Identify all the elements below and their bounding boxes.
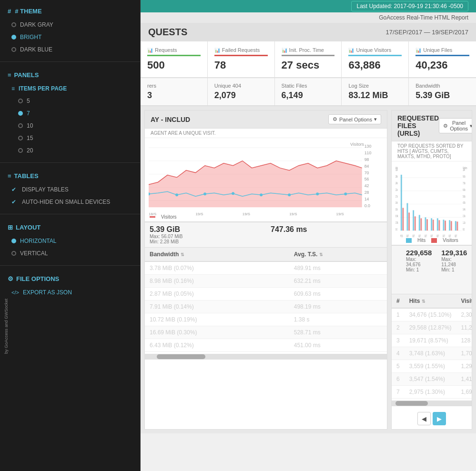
page-size-7: 7 (27, 110, 30, 117)
left-bandwidth-cell: 10.72 MiB (0.19%) (145, 313, 289, 326)
caret-down-icon-left: ▾ (374, 116, 377, 122)
layout-icon: ⊞ (8, 224, 13, 231)
left-table-row: 10.72 MiB (0.19%) 1.38 s (145, 313, 387, 326)
radio-bright (11, 35, 16, 40)
stat-visitors-value: 63,886 (348, 59, 402, 71)
sidebar-item-display-tables[interactable]: ✔ DISPLAY TABLES (0, 183, 140, 196)
left-panel: AY - INCLUD ⚙ Panel Options ▾ AGENT ARE … (144, 110, 387, 430)
stat-unique-visitors: 📊 Unique Visitors 63,886 (342, 41, 409, 78)
svg-rect-73 (438, 220, 440, 230)
svg-text:7.9k: 7.9k (463, 181, 465, 185)
left-scroll-thumb[interactable] (157, 354, 205, 359)
right-panel-options-button[interactable]: ⚙ Panel Options ▾ (439, 118, 472, 133)
file-options-heading: ⚙ FILE OPTIONS (0, 271, 140, 286)
hash-icon: # (8, 8, 11, 15)
svg-text:110: 110 (365, 150, 372, 155)
next-page-button[interactable]: ▶ (433, 412, 446, 425)
main-content: Last Updated: 2017-09-19 21:30:46 -0500 … (141, 0, 476, 471)
panels-heading: ≡ PANELS (0, 68, 140, 82)
sidebar-item-15[interactable]: 15 (0, 132, 140, 144)
svg-rect-62 (431, 218, 432, 230)
prev-page-button[interactable]: ◀ (417, 412, 431, 425)
sidebar-item-7[interactable]: 7 (0, 107, 140, 120)
right-panel: REQUESTED FILES (URLS) ⚙ Panel Options ▾… (391, 110, 472, 430)
page-size-20: 20 (27, 147, 33, 154)
sidebar-item-horizontal[interactable]: HORIZONTAL (0, 235, 140, 247)
svg-point-20 (232, 192, 234, 195)
stat-bandwidth-value: 5.39 GiB (415, 90, 469, 100)
svg-text:28k: 28k (395, 174, 398, 178)
left-table-container[interactable]: 5.39 GiB Max: 56.07 MiB Min: 2.28 MiB 74… (145, 221, 387, 352)
right-scroll-thumb-h[interactable] (395, 401, 427, 406)
divider-2 (0, 162, 140, 163)
page-size-15: 15 (27, 135, 33, 141)
svg-text:1.1k: 1.1k (463, 221, 465, 225)
panels-label: PANELS (14, 71, 39, 79)
sidebar-item-dark-gray[interactable]: DARK GRAY (0, 19, 140, 31)
radio-vertical (11, 251, 16, 256)
radio-horizontal (11, 239, 16, 243)
right-table-container[interactable]: 229,658 Max: 34,676 Min: 1 129,316 Max: … (392, 245, 472, 399)
left-chart-area: 130 110 98 84 70 56 42 28 14 0.0 Visitor… (145, 138, 387, 221)
left-total-bandwidth-value: 5.39 GiB (150, 225, 261, 234)
sidebar-item-5[interactable]: 5 (0, 95, 140, 107)
sidebar-item-vertical[interactable]: VERTICAL (0, 247, 140, 260)
col-avg-ts[interactable]: Avg. T.S. ⇅ (289, 248, 387, 261)
left-avgts-cell: 609.63 ms (289, 288, 387, 301)
stat-proc-bar (282, 55, 335, 56)
svg-text:5.6k: 5.6k (463, 194, 465, 198)
subtitle-text: GoAccess Real-Time HTML Report (379, 14, 468, 21)
page-size-10: 10 (27, 122, 33, 129)
svg-rect-58 (407, 203, 408, 231)
sidebar-item-dark-blue[interactable]: DARK BLUE (0, 43, 140, 56)
svg-text:84: 84 (365, 164, 369, 169)
right-total-hits-min: Min: 1 (406, 267, 432, 272)
col-hits[interactable]: Hits ⇅ (405, 294, 456, 308)
right-table-row: 1 34,676 (15.10%) 2,308 (1.78%) 6.28 KiB… (392, 308, 472, 321)
svg-text:6.9k: 6.9k (395, 214, 398, 218)
svg-text:0.0: 0.0 (395, 227, 397, 231)
sidebar-item-auto-hide[interactable]: ✔ AUTO-HIDE ON SMALL DEVICES (0, 196, 140, 208)
radio-5 (18, 99, 23, 103)
left-panel-title: AY - INCLUD (151, 116, 190, 123)
left-scroll-bar[interactable] (145, 354, 387, 360)
panels-section: ≡ PANELS ≡ ITEMS PER PAGE 5 7 10 15 20 (0, 64, 140, 160)
right-visitors-cell: 1,292 (1.00%) (456, 360, 472, 373)
right-panel-options-label: Panel Options (450, 120, 468, 131)
left-avgts-cell: 489.91 ms (289, 261, 387, 275)
tables-label: TABLES (14, 172, 39, 180)
stat-requests: 📊 Requests 500 (141, 41, 208, 78)
svg-text:10k: 10k (395, 208, 398, 211)
sidebar-item-20[interactable]: 20 (0, 144, 140, 157)
svg-text:POS: POS (400, 234, 403, 238)
svg-text:9.0k: 9.0k (463, 174, 465, 178)
svg-rect-75 (451, 221, 452, 230)
sidebar-item-bright[interactable]: BRIGHT (0, 31, 140, 43)
hits-col-label: Hits (409, 298, 420, 304)
sidebar-item-items-per-page: ≡ ITEMS PER PAGE (0, 82, 140, 95)
gear-icon: ⚙ (8, 275, 13, 282)
stat-requests-value: 500 (147, 59, 201, 71)
right-table-header-row: # Hits ⇅ Visitors ⇅ Bandwidth (392, 294, 472, 308)
sidebar-item-export-json[interactable]: </> EXPORT AS JSON (0, 286, 140, 299)
left-data-table: Bandwidth ⇅ Avg. T.S. ⇅ 3.78 MiB (0.07%)… (145, 248, 387, 352)
bright-label: BRIGHT (20, 34, 41, 40)
col-bandwidth[interactable]: Bandwidth ⇅ (145, 248, 289, 261)
right-num-cell: 1 (392, 308, 405, 321)
sidebar-item-10[interactable]: 10 (0, 120, 140, 132)
tables-heading: ≡ TABLES (0, 169, 140, 183)
left-panel-options-button[interactable]: ⚙ Panel Options ▾ (328, 114, 381, 124)
radio-10 (18, 123, 23, 128)
stat-unique-404: Unique 404 2,079 (208, 78, 275, 105)
svg-rect-60 (419, 215, 420, 230)
col-visitors[interactable]: Visitors ⇅ (456, 294, 472, 308)
svg-rect-59 (413, 210, 414, 230)
stats-row-1: 📊 Requests 500 📊 Failed Requests 78 📊 In… (141, 41, 476, 78)
left-total-avgts-value: 747.36 ms (271, 225, 382, 234)
right-table-row: 6 3,547 (1.54%) 1,416 (1.09%) 7.59 MiB (… (392, 373, 472, 386)
right-hits-cell: 34,676 (15.10%) (405, 308, 456, 321)
panels-container: AY - INCLUD ⚙ Panel Options ▾ AGENT ARE … (141, 106, 476, 433)
svg-text:0.0: 0.0 (365, 203, 370, 208)
right-scroll-bar-h[interactable] (392, 401, 472, 406)
left-table-row: 8.98 MiB (0.16%) 632.21 ms (145, 275, 387, 288)
